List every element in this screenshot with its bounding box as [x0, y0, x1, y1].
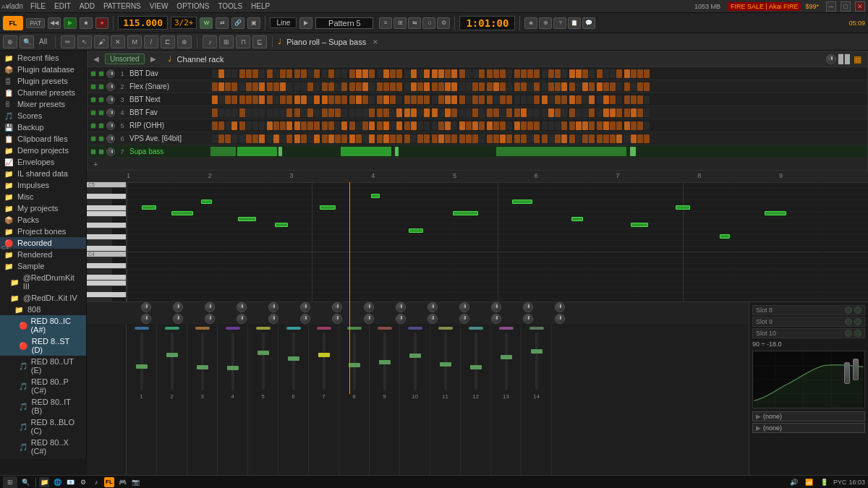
- sidebar-item-envelopes[interactable]: 📈 Envelopes: [0, 156, 86, 168]
- step-cell-ch1-35[interactable]: [451, 69, 457, 78]
- piano-roll-close[interactable]: ✕: [373, 38, 378, 46]
- stop-button[interactable]: ■: [80, 17, 93, 29]
- step-cell-ch2-28[interactable]: [404, 82, 410, 91]
- taskbar-icon-4[interactable]: ⚙: [78, 477, 88, 487]
- play-button[interactable]: ▶: [64, 17, 77, 29]
- step-cell-ch1-61[interactable]: [631, 69, 637, 78]
- sidebar-item-plugin-db[interactable]: 📦 Plugin database: [0, 64, 86, 75]
- step-cell-ch2-11[interactable]: [286, 82, 292, 91]
- ch3-pattern[interactable]: [210, 93, 867, 106]
- step-cell-ch5-43[interactable]: [506, 121, 512, 130]
- step-cell-ch4-21[interactable]: [356, 108, 362, 117]
- browse-all-btn[interactable]: All: [36, 38, 50, 46]
- pattern-display[interactable]: Pattern 5: [315, 17, 373, 29]
- step-cell-ch5-32[interactable]: [432, 121, 438, 130]
- ch2-led-green[interactable]: [90, 84, 96, 90]
- step-cell-ch6-18[interactable]: [335, 134, 341, 143]
- step-cell-ch4-24[interactable]: [377, 108, 383, 117]
- step-cell-ch3-33[interactable]: [438, 95, 444, 104]
- step-cell-ch1-48[interactable]: [542, 69, 548, 78]
- step-cell-ch1-0[interactable]: [212, 69, 218, 78]
- step-cell-ch1-2[interactable]: [225, 69, 231, 78]
- step-cell-ch6-19[interactable]: [341, 134, 347, 143]
- step-cell-ch5-58[interactable]: [610, 121, 616, 130]
- step-cell-ch5-7[interactable]: [259, 121, 265, 130]
- step-cell-ch2-47[interactable]: [534, 82, 540, 91]
- sidebar-item-red-cp[interactable]: 🎵 RED 80..P (C#): [0, 376, 86, 396]
- step-cell-ch5-63[interactable]: [644, 121, 650, 130]
- step-cell-ch4-19[interactable]: [341, 108, 347, 117]
- bpm-display[interactable]: 115.000: [118, 16, 168, 30]
- step-cell-ch3-44[interactable]: [514, 95, 520, 104]
- step-cell-ch3-4[interactable]: [239, 95, 245, 104]
- step-cell-ch2-55[interactable]: [589, 82, 595, 91]
- step-cell-ch5-50[interactable]: [555, 121, 561, 130]
- ch7-led-mute[interactable]: [98, 149, 104, 155]
- step-cell-ch4-18[interactable]: [335, 108, 341, 117]
- step-cell-ch2-58[interactable]: [610, 82, 616, 91]
- piano-key-4[interactable]: [87, 205, 126, 211]
- tool-delete[interactable]: ✕: [111, 35, 125, 48]
- step-cell-ch4-7[interactable]: [259, 108, 265, 117]
- step-cell-ch4-10[interactable]: [280, 108, 286, 117]
- step-cell-ch3-39[interactable]: [479, 95, 485, 104]
- sidebar-item-red-ic[interactable]: 🔴 RED 80..IC (A#): [0, 315, 86, 335]
- eq-display[interactable]: [752, 351, 865, 408]
- step-cell-ch1-3[interactable]: [231, 69, 237, 78]
- step-cell-ch3-60[interactable]: [624, 95, 630, 104]
- step-cell-ch5-16[interactable]: [322, 121, 328, 130]
- step-cell-ch1-38[interactable]: [472, 69, 478, 78]
- step-cell-ch5-61[interactable]: [631, 121, 637, 130]
- sidebar-item-mixer-presets[interactable]: 🎚 Mixer presets: [0, 98, 86, 110]
- mixer-knob-ctrl-1[interactable]: [173, 302, 183, 312]
- step-cell-ch4-32[interactable]: [432, 108, 438, 117]
- step-cell-ch3-16[interactable]: [322, 95, 328, 104]
- step-cell-ch6-12[interactable]: [294, 134, 300, 143]
- sidebar-item-recorded[interactable]: 🔴 Recorded: [0, 237, 86, 249]
- step-cell-ch2-10[interactable]: [280, 82, 286, 91]
- step-cell-ch6-6[interactable]: [252, 134, 258, 143]
- icon-fx[interactable]: ⚙: [437, 17, 450, 29]
- step-cell-ch6-1[interactable]: [218, 134, 224, 143]
- step-cell-ch6-39[interactable]: [479, 134, 485, 143]
- step-cell-ch4-62[interactable]: [637, 108, 643, 117]
- step-cell-ch4-34[interactable]: [445, 108, 451, 117]
- step-cell-ch1-6[interactable]: [252, 69, 258, 78]
- step-cell-ch5-27[interactable]: [396, 121, 402, 130]
- step-cell-ch1-14[interactable]: [307, 69, 313, 78]
- fx-s9-btn2[interactable]: [854, 318, 861, 325]
- step-cell-ch6-14[interactable]: [307, 134, 313, 143]
- step-cell-ch4-45[interactable]: [521, 108, 527, 117]
- step-cell-ch5-1[interactable]: [218, 121, 224, 130]
- icon-snap[interactable]: ⊞: [219, 35, 234, 48]
- step-cell-ch2-18[interactable]: [335, 82, 341, 91]
- channel-rack-bars[interactable]: ▊▊: [838, 54, 851, 64]
- step-cell-ch1-19[interactable]: [341, 69, 347, 78]
- mixer-knob2-ctrl-2[interactable]: [205, 314, 215, 324]
- step-cell-ch6-2[interactable]: [225, 134, 231, 143]
- ch1-led-mute[interactable]: [98, 71, 104, 77]
- step-cell-ch3-55[interactable]: [589, 95, 595, 104]
- piano-key-8[interactable]: [87, 228, 112, 234]
- step-cell-ch4-14[interactable]: [307, 108, 313, 117]
- sidebar-item-channel-presets[interactable]: 📋 Channel presets: [0, 87, 86, 98]
- step-cell-ch2-9[interactable]: [273, 82, 279, 91]
- step-cell-ch1-44[interactable]: [514, 69, 520, 78]
- step-cell-ch1-4[interactable]: [239, 69, 245, 78]
- piano-note-9[interactable]: [512, 200, 532, 204]
- fx-slot-10[interactable]: Slot 10: [752, 328, 865, 338]
- step-cell-ch3-8[interactable]: [267, 95, 273, 104]
- step-cell-ch3-26[interactable]: [390, 95, 396, 104]
- step-cell-ch6-15[interactable]: [314, 134, 320, 143]
- step-cell-ch3-32[interactable]: [432, 95, 438, 104]
- step-cell-ch3-36[interactable]: [459, 95, 465, 104]
- step-cell-ch2-14[interactable]: [307, 82, 313, 91]
- step-cell-ch1-9[interactable]: [273, 69, 279, 78]
- step-cell-ch3-46[interactable]: [527, 95, 533, 104]
- step-cell-ch5-20[interactable]: [349, 121, 355, 130]
- tool-zoom[interactable]: ⊕: [177, 35, 192, 48]
- sidebar-item-recent[interactable]: 📁 Recent files: [0, 52, 86, 64]
- taskbar-search[interactable]: 🔍: [17, 476, 34, 488]
- ch6-name[interactable]: VPS Ave. [64bit]: [129, 134, 208, 142]
- sidebar-item-rendered[interactable]: 📁 Rendered: [0, 249, 86, 260]
